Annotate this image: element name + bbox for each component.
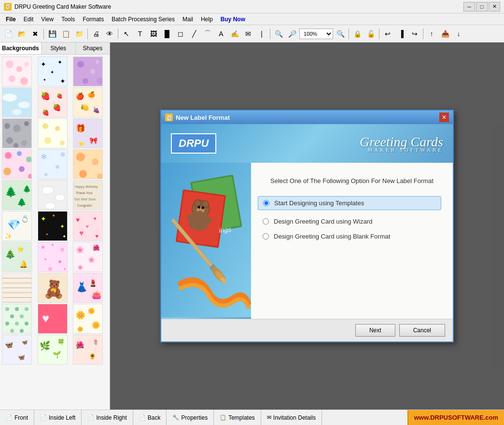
app-icon: 🃏 bbox=[4, 3, 12, 11]
tb-down2[interactable]: 📥 bbox=[439, 28, 451, 40]
radio-blank[interactable] bbox=[263, 233, 269, 240]
tb-lock1[interactable]: 🔒 bbox=[351, 28, 364, 40]
bg-item[interactable]: 🧸 bbox=[38, 273, 68, 303]
bg-item[interactable]: 🌲🌲🌲 bbox=[2, 180, 32, 210]
menu-mail[interactable]: Mail bbox=[179, 15, 197, 24]
bg-item[interactable] bbox=[2, 149, 32, 179]
tb-preview[interactable]: 👁 bbox=[103, 28, 116, 40]
bg-item[interactable]: ✦✦✦✦✦ bbox=[38, 57, 68, 86]
tb-image[interactable]: 🖼 bbox=[147, 28, 160, 40]
tb-arc[interactable]: ⌒ bbox=[201, 28, 214, 40]
bg-item[interactable]: 🌿 🌱 🍀 bbox=[38, 335, 68, 365]
radio-templates[interactable] bbox=[263, 200, 269, 206]
menu-formats[interactable]: Formats bbox=[79, 15, 108, 24]
radio-option-blank[interactable]: Design Greeting Card using Blank Format bbox=[263, 233, 441, 240]
tab-shapes[interactable]: Shapes bbox=[76, 42, 110, 54]
menu-file[interactable]: File bbox=[2, 15, 20, 24]
radio-wizard[interactable] bbox=[263, 218, 269, 225]
dialog-close-button[interactable]: ✕ bbox=[439, 113, 449, 122]
bg-item[interactable]: 🦋 🦋 🦋 bbox=[2, 335, 32, 365]
tb-zoom-fit[interactable]: 🔍 bbox=[334, 28, 347, 40]
bg-item[interactable] bbox=[2, 118, 32, 148]
tb-sign[interactable]: ✍ bbox=[228, 28, 241, 40]
tb-line[interactable]: ╱ bbox=[188, 28, 200, 40]
tb-new[interactable]: 📄 bbox=[2, 28, 14, 40]
status-tab-back[interactable]: 📄 Back bbox=[133, 410, 167, 425]
tb-vline[interactable]: | bbox=[255, 28, 268, 40]
tb-undo[interactable]: ↩ bbox=[381, 28, 394, 40]
svg-text:🧸: 🧸 bbox=[43, 279, 65, 299]
bg-item[interactable]: 🎁🎀⭐ bbox=[73, 118, 103, 148]
bg-item[interactable]: ♥ bbox=[38, 304, 68, 334]
next-button[interactable]: Next bbox=[355, 324, 395, 337]
tb-up[interactable]: ↑ bbox=[425, 28, 438, 40]
tb-print[interactable]: 🖨 bbox=[90, 28, 102, 40]
status-tab-inside-right[interactable]: 📄 Inside Right bbox=[82, 410, 133, 425]
zoom-select[interactable]: 100% 75% 125% 150% bbox=[299, 28, 333, 39]
bg-item[interactable] bbox=[2, 273, 32, 303]
tb-barcode[interactable]: ▐▌ bbox=[161, 28, 173, 40]
bg-item[interactable]: 🌺 🌻 🌷 bbox=[73, 335, 103, 365]
menu-tools[interactable]: Tools bbox=[57, 15, 79, 24]
menu-help[interactable]: Help bbox=[197, 15, 217, 24]
bg-item[interactable]: Happy BirthdayThank You!Get Well SoonCon… bbox=[73, 180, 103, 210]
status-tab-properties[interactable]: 🔧 Properties bbox=[167, 410, 214, 425]
bg-item[interactable] bbox=[2, 87, 32, 117]
bg-item[interactable] bbox=[2, 57, 32, 86]
bg-item[interactable]: 👗💄👛 bbox=[73, 273, 103, 303]
toolbar-sep3 bbox=[118, 28, 118, 39]
menu-batch[interactable]: Batch Processing Series bbox=[108, 15, 179, 24]
tb-open[interactable]: 📂 bbox=[15, 28, 28, 40]
minimize-button[interactable]: ─ bbox=[463, 2, 475, 12]
bg-item[interactable] bbox=[38, 180, 68, 210]
bg-item[interactable]: 🍎🍊🍋🍇 bbox=[73, 87, 103, 117]
bg-item[interactable] bbox=[73, 57, 103, 86]
bg-item[interactable]: ✦✦✦✦✦ bbox=[38, 211, 68, 241]
status-tab-front[interactable]: 📄 Front bbox=[0, 410, 34, 425]
tb-shape[interactable]: ◻ bbox=[174, 28, 187, 40]
tb-lock2[interactable]: 🔓 bbox=[364, 28, 377, 40]
close-button[interactable]: ✕ bbox=[489, 2, 500, 12]
tb-redo[interactable]: ↪ bbox=[408, 28, 421, 40]
tb-close[interactable]: ✖ bbox=[29, 28, 42, 40]
tab-backgrounds[interactable]: Backgrounds bbox=[0, 42, 42, 54]
svg-point-20 bbox=[12, 109, 22, 115]
status-tab-inside-left[interactable]: 📄 Inside Left bbox=[34, 410, 82, 425]
tb-text[interactable]: T bbox=[134, 28, 146, 40]
menu-view[interactable]: View bbox=[37, 15, 57, 24]
bg-item[interactable] bbox=[73, 149, 103, 179]
tb-zoom-out[interactable]: 🔍 bbox=[272, 28, 285, 40]
svg-point-2 bbox=[9, 75, 15, 82]
bg-item[interactable]: 🌸🌸🌸🌺 bbox=[73, 242, 103, 272]
tb-cursor[interactable]: ↖ bbox=[120, 28, 133, 40]
tab-styles[interactable]: Styles bbox=[42, 42, 76, 54]
tb-save3[interactable]: 📁 bbox=[73, 28, 85, 40]
svg-point-51 bbox=[3, 168, 11, 175]
svg-point-69 bbox=[42, 186, 54, 194]
bg-item[interactable]: 🎄⭐🔔 bbox=[2, 242, 32, 272]
menu-edit[interactable]: Edit bbox=[20, 15, 38, 24]
cancel-button[interactable]: Cancel bbox=[399, 324, 445, 337]
svg-point-36 bbox=[21, 140, 27, 146]
status-tab-templates[interactable]: 📋 Templates bbox=[214, 410, 261, 425]
bg-item[interactable] bbox=[38, 242, 68, 272]
bg-item[interactable] bbox=[38, 118, 68, 148]
status-tab-invitation[interactable]: ✉ Invitation Details bbox=[261, 410, 322, 425]
bg-item[interactable]: 🌼 🌼 🌼 🌼 bbox=[73, 304, 103, 334]
maximize-button[interactable]: □ bbox=[476, 2, 488, 12]
bg-item[interactable] bbox=[2, 304, 32, 334]
menu-buynow[interactable]: Buy Now bbox=[217, 15, 249, 24]
tb-save[interactable]: 💾 bbox=[46, 28, 58, 40]
bg-item[interactable]: ❄❄❄❄ bbox=[38, 149, 68, 179]
tb-sep7[interactable]: ▐ bbox=[395, 28, 407, 40]
radio-option-templates[interactable]: Start Designing using Templates bbox=[258, 196, 441, 210]
tb-save2[interactable]: 📋 bbox=[59, 28, 72, 40]
bg-item[interactable]: 🍓🍓🍓🍓 bbox=[38, 87, 68, 117]
bg-item[interactable]: 💎💍✨ bbox=[2, 211, 32, 241]
tb-wordart[interactable]: A bbox=[215, 28, 227, 40]
tb-zoom-in2[interactable]: 🔎 bbox=[286, 28, 298, 40]
radio-option-wizard[interactable]: Design Greeting Card using Wizard bbox=[263, 218, 441, 225]
bg-item[interactable]: ♥♥♥♥♥ bbox=[73, 211, 103, 241]
tb-down3[interactable]: ↓ bbox=[452, 28, 465, 40]
tb-email[interactable]: ✉ bbox=[242, 28, 254, 40]
